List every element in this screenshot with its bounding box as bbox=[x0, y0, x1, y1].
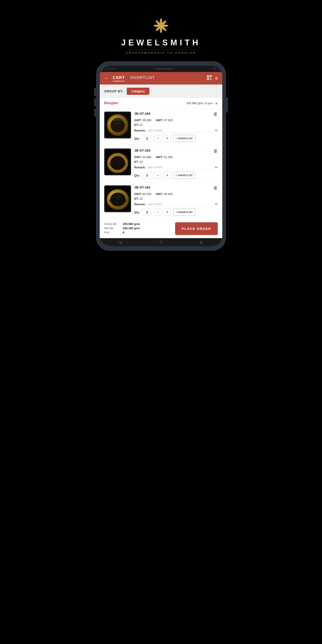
brand-name: JEWELSMITH bbox=[121, 38, 201, 48]
product-details-2: JB-ST-183 🗑 GWT: 52.860 NWT: 5 bbox=[134, 148, 218, 179]
phone-bottom-nav: ◁ □ ▷ bbox=[100, 238, 222, 246]
product-id-3: JB-ST-182 bbox=[134, 185, 150, 189]
footer-gross-wt: Gross Wt: 305.980 gms bbox=[104, 222, 172, 226]
category-name: Bangles bbox=[104, 101, 118, 105]
net-wt-label: Net Wt: bbox=[104, 226, 121, 230]
svg-rect-11 bbox=[210, 76, 211, 77]
remark-input-1[interactable]: add remark bbox=[148, 128, 213, 132]
gwt-1: GWT: 39.200 bbox=[134, 118, 152, 122]
qty-row-3: Qty: 1 − + + SHORTLIST bbox=[134, 209, 218, 216]
volume-down-button bbox=[94, 109, 96, 117]
pcs-label: Pcs: bbox=[104, 231, 121, 234]
notch-dots bbox=[106, 68, 114, 70]
brand-logo-icon bbox=[121, 18, 201, 36]
product-id-2: JB-ST-183 bbox=[134, 148, 150, 152]
product-top-row-2: JB-ST-183 🗑 bbox=[134, 148, 218, 154]
product-top-row-1: JB-ST-184 🗑 bbox=[134, 112, 218, 117]
svg-rect-16 bbox=[210, 79, 210, 80]
qr-code-icon[interactable] bbox=[207, 75, 212, 82]
product-card-3: JB-ST-182 🗑 GWT: 60.520 NWT: 5 bbox=[100, 182, 222, 219]
svg-rect-9 bbox=[208, 76, 208, 77]
svg-rect-15 bbox=[211, 78, 211, 78]
tab-shortlist[interactable]: SHORTLIST bbox=[130, 75, 155, 82]
side-buttons-left bbox=[94, 88, 96, 117]
product-card-1: JB-ST-184 🗑 GWT: 39.200 NWT: 3 bbox=[100, 108, 222, 145]
qty-plus-1[interactable]: + bbox=[164, 135, 171, 142]
qty-plus-2[interactable]: + bbox=[164, 172, 171, 179]
group-by-label: GROUP BY: bbox=[104, 90, 124, 93]
brand-tagline: CRAFTSMANSHIP TO CHERISH bbox=[121, 51, 201, 54]
net-wt-value: 295.280 gms bbox=[123, 226, 140, 230]
app-footer: Gross Wt: 305.980 gms Net Wt: 295.280 gm… bbox=[100, 219, 222, 238]
place-order-button[interactable]: PLACE ORDER bbox=[175, 222, 218, 235]
qty-row-2: Qty: 1 − + + SHORTLIST bbox=[134, 172, 218, 179]
product-details-1: JB-ST-184 🗑 GWT: 39.200 NWT: 3 bbox=[134, 112, 218, 142]
svg-rect-13 bbox=[208, 78, 208, 80]
brand-section: JEWELSMITH CRAFTSMANSHIP TO CHERISH bbox=[121, 9, 201, 61]
gwt-3: GWT: 60.520 bbox=[134, 192, 152, 196]
notch-dot-3 bbox=[113, 68, 114, 70]
remark-edit-icon-2[interactable]: ✏ bbox=[215, 165, 218, 170]
shortlist-button-2[interactable]: + SHORTLIST bbox=[173, 172, 195, 179]
qty-minus-3[interactable]: − bbox=[154, 209, 162, 216]
phone-screen: ← CART SHORTLIST bbox=[100, 66, 222, 246]
product-id-1: JB-ST-184 bbox=[134, 112, 150, 116]
tab-cart[interactable]: CART bbox=[113, 75, 125, 82]
notch-dot-1 bbox=[106, 68, 108, 70]
product-card-2: JB-ST-183 🗑 GWT: 52.860 NWT: 5 bbox=[100, 145, 222, 182]
product-weights-3: GWT: 60.520 NWT: 59.420 bbox=[134, 192, 218, 196]
phone-notch-bar bbox=[100, 66, 222, 72]
delete-button-2[interactable]: 🗑 bbox=[213, 148, 218, 154]
page-wrapper: JEWELSMITH CRAFTSMANSHIP TO CHERISH bbox=[80, 9, 242, 251]
remark-1: Remark: add remark ✏ bbox=[134, 128, 218, 132]
remark-edit-icon-3[interactable]: ✏ bbox=[215, 202, 218, 206]
qty-minus-2[interactable]: − bbox=[154, 172, 162, 179]
pcs-value: 6 bbox=[123, 231, 124, 234]
nav-home-icon[interactable]: □ bbox=[160, 240, 162, 244]
header-icons: ≡ bbox=[207, 75, 218, 82]
nav-recent-icon[interactable]: ◁ bbox=[119, 240, 122, 244]
phone-frame: ← CART SHORTLIST bbox=[96, 61, 226, 251]
product-weights-1: GWT: 39.200 NWT: 37.520 bbox=[134, 118, 218, 122]
delete-button-1[interactable]: 🗑 bbox=[213, 112, 218, 117]
shortlist-button-1[interactable]: + SHORTLIST bbox=[173, 135, 195, 142]
back-button[interactable]: ← bbox=[104, 75, 109, 81]
qty-value-3: 1 bbox=[142, 209, 152, 216]
nwt-1: NWT: 37.520 bbox=[156, 118, 173, 122]
collapse-arrow-icon[interactable]: ▲ bbox=[215, 101, 218, 105]
delete-button-3[interactable]: 🗑 bbox=[213, 185, 218, 190]
category-stats: 305.980 gms | 6 pcs bbox=[186, 102, 212, 105]
remark-2: Remark: add remark ✏ bbox=[134, 165, 218, 170]
side-button-right bbox=[226, 97, 228, 113]
gross-wt-label: Gross Wt: bbox=[104, 222, 121, 226]
product-top-row-3: JB-ST-182 🗑 bbox=[134, 185, 218, 190]
product-image-1 bbox=[104, 112, 131, 138]
footer-net-wt: Net Wt: 295.280 gms bbox=[104, 226, 172, 230]
notch-center bbox=[155, 68, 173, 70]
product-image-2 bbox=[104, 148, 131, 175]
product-image-3 bbox=[104, 185, 131, 212]
svg-rect-17 bbox=[211, 79, 212, 80]
power-button bbox=[94, 88, 96, 96]
remark-input-3[interactable]: add remark bbox=[148, 202, 213, 206]
qty-minus-1[interactable]: − bbox=[154, 135, 162, 142]
gwt-2: GWT: 52.860 bbox=[134, 156, 152, 159]
group-by-category-button[interactable]: Category bbox=[127, 88, 149, 95]
nwt-3: NWT: 59.420 bbox=[156, 192, 173, 196]
menu-icon[interactable]: ≡ bbox=[215, 75, 218, 81]
brand-divider bbox=[128, 49, 194, 50]
notch-dot-2 bbox=[110, 68, 111, 70]
nwt-2: NWT: 51.160 bbox=[156, 156, 173, 159]
gross-wt-value: 305.980 gms bbox=[123, 222, 140, 226]
app-content: GROUP BY: Category Bangles 305.980 gms |… bbox=[100, 84, 222, 238]
qty-plus-3[interactable]: + bbox=[164, 209, 171, 216]
category-stats-area: 305.980 gms | 6 pcs ▲ bbox=[186, 101, 218, 105]
qty-value-1: 1 bbox=[142, 135, 152, 142]
shortlist-button-3[interactable]: + SHORTLIST bbox=[173, 209, 195, 216]
nav-back-icon[interactable]: ▷ bbox=[200, 240, 203, 244]
remark-input-2[interactable]: add remark bbox=[148, 166, 213, 170]
svg-point-25 bbox=[109, 162, 126, 167]
remark-edit-icon-1[interactable]: ✏ bbox=[215, 128, 218, 132]
footer-pcs: Pcs: 6 bbox=[104, 231, 172, 234]
product-details-3: JB-ST-182 🗑 GWT: 60.520 NWT: 5 bbox=[134, 185, 218, 216]
